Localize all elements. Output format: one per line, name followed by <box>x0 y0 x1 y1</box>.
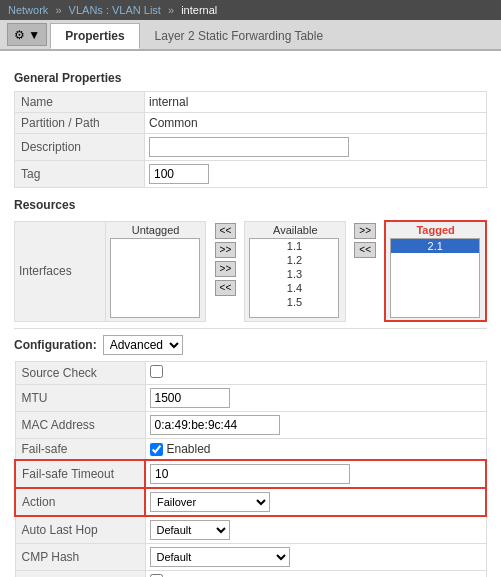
config-value-action: Failover Reboot Restart <box>145 488 486 516</box>
available-item-4[interactable]: 1.4 <box>250 281 338 295</box>
prop-label-name: Name <box>15 92 145 113</box>
config-mode-select[interactable]: Advanced Basic <box>103 335 183 355</box>
gear-button[interactable]: ⚙ ▼ <box>7 23 47 46</box>
arrow-buttons-cell: << >> >> << <box>206 221 245 321</box>
tagged-item-1[interactable]: 2.1 <box>391 239 479 253</box>
tagged-header: Tagged <box>390 224 481 236</box>
resources-table: Interfaces Untagged << >> >> << Availabl… <box>14 220 487 322</box>
prop-row-name: Name internal <box>15 92 487 113</box>
mac-input[interactable] <box>150 415 280 435</box>
config-value-dag <box>145 571 486 578</box>
prop-row-partition: Partition / Path Common <box>15 113 487 134</box>
untagged-cell: Untagged <box>105 221 206 321</box>
config-row-failsafe-timeout: Fail-safe Timeout <box>15 460 486 488</box>
config-value-failsafe: Enabled <box>145 439 486 461</box>
breadcrumb-current: internal <box>181 4 217 16</box>
cmp-hash-select[interactable]: Default Source Address Destination Addre… <box>150 547 290 567</box>
config-label-dag: DAG Round Robin <box>15 571 145 578</box>
prop-label-partition: Partition / Path <box>15 113 145 134</box>
action-select[interactable]: Failover Reboot Restart <box>150 492 270 512</box>
config-row-mac: MAC Address <box>15 412 486 439</box>
config-label-auto-last-hop: Auto Last Hop <box>15 516 145 544</box>
available-header: Available <box>249 224 341 236</box>
breadcrumb-sep2: » <box>168 4 177 16</box>
tab-properties[interactable]: Properties <box>50 23 139 49</box>
move-all-left-btn[interactable]: << <box>215 280 237 296</box>
config-label-mtu: MTU <box>15 385 145 412</box>
config-row-mtu: MTU <box>15 385 486 412</box>
untagged-listbox[interactable] <box>110 238 200 318</box>
move-left-btn[interactable]: >> <box>215 261 237 277</box>
config-value-mtu <box>145 385 486 412</box>
prop-value-tag <box>145 161 487 188</box>
description-input[interactable] <box>149 137 349 157</box>
interfaces-label: Interfaces <box>15 221 106 321</box>
move-from-tagged-btn[interactable]: << <box>354 242 376 258</box>
config-value-mac <box>145 412 486 439</box>
prop-value-description <box>145 134 487 161</box>
config-value-source-check <box>145 362 486 385</box>
breadcrumb-sep1: » <box>55 4 64 16</box>
config-label-failsafe: Fail-safe <box>15 439 145 461</box>
config-value-failsafe-timeout <box>145 460 486 488</box>
source-check-checkbox[interactable] <box>150 365 163 378</box>
failsafe-row: Enabled <box>150 442 482 456</box>
config-row-action: Action Failover Reboot Restart <box>15 488 486 516</box>
name-value: internal <box>149 95 188 109</box>
main-content: General Properties Name internal Partiti… <box>0 51 501 577</box>
config-value-auto-last-hop: Default Enabled Disabled <box>145 516 486 544</box>
prop-label-tag: Tag <box>15 161 145 188</box>
config-label-action: Action <box>15 488 145 516</box>
tagged-cell: Tagged 2.1 <box>385 221 486 321</box>
tabs-row: ⚙ ▼ Properties Layer 2 Static Forwarding… <box>0 20 501 51</box>
prop-value-name: internal <box>145 92 487 113</box>
interfaces-label-text: Interfaces <box>19 264 72 278</box>
tag-input[interactable] <box>149 164 209 184</box>
config-label-source-check: Source Check <box>15 362 145 385</box>
general-properties-header: General Properties <box>14 71 487 85</box>
failsafe-checkbox[interactable] <box>150 443 163 456</box>
mtu-input[interactable] <box>150 388 230 408</box>
config-label-failsafe-timeout: Fail-safe Timeout <box>15 460 145 488</box>
partition-value: Common <box>149 116 198 130</box>
breadcrumb-network[interactable]: Network <box>8 4 48 16</box>
resources-header: Resources <box>14 198 487 212</box>
auto-last-hop-select[interactable]: Default Enabled Disabled <box>150 520 230 540</box>
available-item-5[interactable]: 1.5 <box>250 295 338 309</box>
untagged-header: Untagged <box>110 224 202 236</box>
arrow-buttons-cell2: >> << <box>346 221 385 321</box>
breadcrumb-bar: Network » VLANs : VLAN List » internal <box>0 0 501 20</box>
config-table: Source Check MTU MAC Address Fail-safe E… <box>14 361 487 577</box>
config-value-cmp-hash: Default Source Address Destination Addre… <box>145 544 486 571</box>
config-row-auto-last-hop: Auto Last Hop Default Enabled Disabled <box>15 516 486 544</box>
prop-value-partition: Common <box>145 113 487 134</box>
config-row: Configuration: Advanced Basic <box>14 328 487 355</box>
move-all-right-btn[interactable]: >> <box>215 242 237 258</box>
config-label-mac: MAC Address <box>15 412 145 439</box>
available-item-3[interactable]: 1.3 <box>250 267 338 281</box>
failsafe-label: Enabled <box>167 442 211 456</box>
prop-label-description: Description <box>15 134 145 161</box>
tagged-listbox[interactable]: 2.1 <box>390 238 480 318</box>
tab-layer2[interactable]: Layer 2 Static Forwarding Table <box>140 23 339 49</box>
prop-row-description: Description <box>15 134 487 161</box>
failsafe-timeout-input[interactable] <box>150 464 350 484</box>
config-row-source-check: Source Check <box>15 362 486 385</box>
config-label-cmp-hash: CMP Hash <box>15 544 145 571</box>
prop-row-tag: Tag <box>15 161 487 188</box>
available-item-2[interactable]: 1.2 <box>250 253 338 267</box>
config-row-cmp-hash: CMP Hash Default Source Address Destinat… <box>15 544 486 571</box>
config-row-dag-round-robin: DAG Round Robin <box>15 571 486 578</box>
available-cell: Available 1.1 1.2 1.3 1.4 1.5 <box>245 221 346 321</box>
general-properties-table: Name internal Partition / Path Common De… <box>14 91 487 188</box>
breadcrumb-vlans[interactable]: VLANs : VLAN List <box>69 4 161 16</box>
move-to-tagged-btn[interactable]: >> <box>354 223 376 239</box>
breadcrumb: Network » VLANs : VLAN List » internal <box>8 4 217 16</box>
move-right-btn[interactable]: << <box>215 223 237 239</box>
available-listbox[interactable]: 1.1 1.2 1.3 1.4 1.5 <box>249 238 339 318</box>
config-label: Configuration: <box>14 338 97 352</box>
available-item-1[interactable]: 1.1 <box>250 239 338 253</box>
arrow-buttons: << >> >> << <box>210 223 240 296</box>
arrow-buttons-2: >> << <box>350 223 380 258</box>
config-row-failsafe: Fail-safe Enabled <box>15 439 486 461</box>
